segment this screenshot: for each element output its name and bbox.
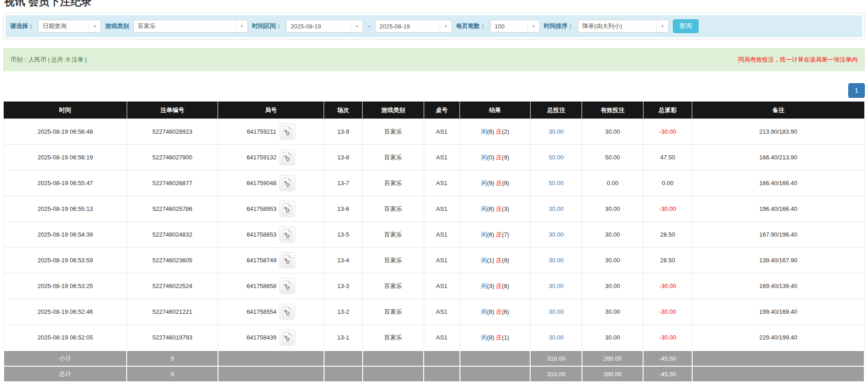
round-number: 641758439 <box>246 334 276 341</box>
currency-total-text: 币别：人民币 | 总共 :9 注单 | <box>11 56 87 64</box>
table-number: AS1 <box>424 170 460 196</box>
game-type: 百家乐 <box>363 170 424 196</box>
game-type-select[interactable]: 百家乐 ▼ <box>133 20 248 33</box>
query-type-value: 日期查询 <box>39 22 89 30</box>
session-number: 13-5 <box>324 222 363 248</box>
total-bet-link[interactable]: 30.00 <box>530 273 582 299</box>
result-player-label: 闲 <box>481 257 487 264</box>
bet-number: 522746026877 <box>127 170 218 196</box>
total-bet-link[interactable]: 30.00 <box>530 325 582 351</box>
column-header-5: 桌号 <box>424 102 460 119</box>
result-cell: 闲(8) 庄(1) <box>460 325 531 351</box>
result-cell: 闲(9) 庄(9) <box>460 170 531 196</box>
result-player-label: 闲 <box>481 154 487 161</box>
result-cell: 闲(6) 庄(2) <box>460 119 531 145</box>
date-from-select[interactable]: 2025-08-19 ▼ <box>286 20 363 33</box>
game-type: 百家乐 <box>363 222 424 248</box>
round-number: 641758749 <box>246 257 276 264</box>
bet-time: 2025-08-19 06:53:25 <box>4 273 127 299</box>
result-cell: 闲(1) 庄(9) <box>460 248 531 273</box>
total-bet-link[interactable]: 50.00 <box>530 145 582 170</box>
result-banker-label: 庄 <box>496 257 502 264</box>
table-body: 2025-08-19 06:56:48522746028923641759211… <box>4 119 864 382</box>
result-banker-points: (9) <box>502 257 509 264</box>
total-payout: -30.00 <box>643 119 692 145</box>
bets-table: 时间注单编号局号场次游戏类别桌号结果总投注有效投注总派彩备注 2025-08-1… <box>3 102 865 382</box>
result-player-points: (6) <box>487 231 494 238</box>
bet-row: 2025-08-19 06:52:05522746019793641758439… <box>4 325 864 351</box>
video-replay-icon[interactable] <box>280 124 295 140</box>
sort-order-value: 降幂(由大到小) <box>578 22 656 30</box>
column-header-10: 备注 <box>692 102 864 119</box>
result-player-points: (3) <box>487 283 494 289</box>
total-row-cell-3 <box>324 366 363 382</box>
column-header-3: 场次 <box>324 102 363 119</box>
total-bet-link[interactable]: 30.00 <box>530 248 582 273</box>
query-button[interactable]: 查询 <box>673 19 699 33</box>
result-cell: 闲(0) 庄(9) <box>460 145 531 170</box>
table-number: AS1 <box>424 196 460 222</box>
total-bet-link[interactable]: 30.00 <box>530 299 582 325</box>
date-to-select[interactable]: 2025-08-19 ▼ <box>375 20 452 33</box>
result-player-label: 闲 <box>481 205 487 212</box>
session-number: 13-8 <box>324 145 363 170</box>
video-replay-icon[interactable] <box>280 278 295 294</box>
video-replay-icon[interactable] <box>280 226 295 243</box>
sort-order-select[interactable]: 降幂(由大到小) ▼ <box>578 20 669 33</box>
remark: 139.40/167.90 <box>692 248 864 273</box>
video-replay-icon[interactable] <box>280 149 295 165</box>
summary-bar: 币别：人民币 | 总共 :9 注单 | 同局有效投注，统一计算在该局第一张注单内 <box>3 48 865 71</box>
video-replay-icon[interactable] <box>280 201 295 217</box>
video-replay-icon[interactable] <box>280 175 295 191</box>
total-bet-link[interactable]: 30.00 <box>530 119 582 145</box>
table-number: AS1 <box>424 145 460 170</box>
total-bet-link[interactable]: 30.00 <box>530 196 582 222</box>
result-banker-points: (6) <box>502 283 509 289</box>
chevron-down-icon: ▼ <box>440 20 452 32</box>
page-size-value: 100 <box>491 23 527 30</box>
bet-number: 522746025786 <box>127 196 218 222</box>
session-number: 13-6 <box>324 196 363 222</box>
column-header-0: 时间 <box>4 102 127 119</box>
chevron-down-icon: ▼ <box>235 20 247 32</box>
total-bet-link[interactable]: 30.00 <box>530 222 582 248</box>
bet-row: 2025-08-19 06:52:46522746021221641758554… <box>4 299 864 325</box>
query-type-label: 请选择： <box>10 22 34 30</box>
total-row-cell-7: 310.00 <box>530 366 582 382</box>
bet-number: 522746019793 <box>127 325 218 351</box>
subtotal-row-cell-4 <box>363 351 424 366</box>
bet-number: 522746022524 <box>127 273 218 299</box>
bet-time: 2025-08-19 06:56:48 <box>4 119 127 145</box>
page-1-button[interactable]: 1 <box>848 83 865 98</box>
subtotal-row-cell-9: -45.50 <box>643 351 692 366</box>
bet-time: 2025-08-19 06:55:13 <box>4 196 127 222</box>
valid-bet: 30.00 <box>582 222 643 248</box>
total-row-cell-5 <box>424 366 460 382</box>
round-number: 641758658 <box>246 283 276 289</box>
result-player-label: 闲 <box>481 283 487 289</box>
table-header-row: 时间注单编号局号场次游戏类别桌号结果总投注有效投注总派彩备注 <box>4 102 864 119</box>
page-size-select[interactable]: 100 ▼ <box>490 20 540 33</box>
remark: 169.40/139.40 <box>692 273 864 299</box>
game-type: 百家乐 <box>363 145 424 170</box>
bet-number: 522746024832 <box>127 222 218 248</box>
result-cell: 闲(6) 庄(3) <box>460 196 531 222</box>
total-bet-link[interactable]: 50.00 <box>530 170 582 196</box>
valid-bet: 30.00 <box>582 119 643 145</box>
query-type-select[interactable]: 日期查询 ▼ <box>38 20 101 33</box>
video-replay-icon[interactable] <box>280 252 295 268</box>
video-replay-icon[interactable] <box>280 304 295 320</box>
bet-time: 2025-08-19 06:54:39 <box>4 222 127 248</box>
subtotal-row-cell-3 <box>324 351 363 366</box>
table-number: AS1 <box>424 299 460 325</box>
bet-row: 2025-08-19 06:56:19522746027900641759132… <box>4 145 864 170</box>
result-banker-points: (1) <box>502 334 509 341</box>
subtotal-row-cell-10 <box>692 351 864 366</box>
video-replay-icon[interactable] <box>280 329 295 345</box>
round-cell: 641759211 <box>218 119 324 145</box>
bet-number: 522746023605 <box>127 248 218 273</box>
result-banker-label: 庄 <box>496 154 502 161</box>
valid-bet: 30.00 <box>582 248 643 273</box>
filter-panel: 请选择： 日期查询 ▼ 游戏类别 百家乐 ▼ 时间区间： 2025-08-19 … <box>3 13 865 40</box>
result-player-label: 闲 <box>481 128 487 135</box>
